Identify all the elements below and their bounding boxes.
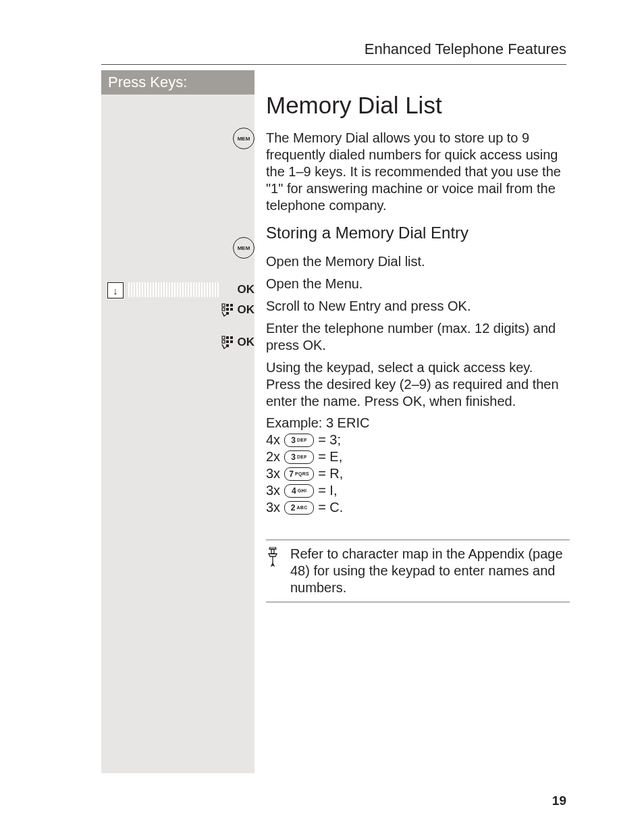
keycap-digit: 4 (292, 486, 296, 496)
ok-label: OK (238, 336, 255, 349)
svg-rect-10 (222, 340, 225, 343)
example-head: Example: 3 ERIC (266, 415, 570, 431)
example-times: 3x (266, 466, 280, 481)
left-row-menu (101, 262, 254, 281)
svg-rect-3 (222, 308, 225, 311)
keycap-digit: 3 (291, 452, 296, 462)
example-times: 2x (266, 449, 280, 465)
example-times: 3x (266, 483, 280, 498)
press-keys-title: Press Keys: (101, 70, 254, 95)
svg-rect-5 (230, 308, 233, 311)
example-row: 3x 4 GHI = I, (266, 483, 570, 498)
left-row-keypad-ok-1: OK (101, 303, 254, 317)
keycap-letters: DEF (297, 454, 307, 459)
ok-label: OK (238, 303, 255, 317)
left-row-mem-2: MEM (101, 237, 254, 259)
example-row: 2x 3 DEF = E, (266, 449, 570, 465)
left-row-scroll-ok: OK (101, 282, 254, 297)
running-head: Enhanced Telephone Features (365, 41, 566, 58)
svg-rect-7 (222, 336, 225, 339)
keycap-icon: 2 ABC (284, 501, 314, 515)
keycap-icon: 4 GHI (284, 484, 314, 498)
step-scroll-new-entry: Scroll to New Entry and press OK. (266, 298, 570, 315)
example-block: Example: 3 ERIC 4x 3 DEF = 3; 2x 3 DEF =… (266, 415, 570, 515)
svg-rect-11 (226, 340, 229, 343)
svg-rect-2 (230, 304, 233, 307)
keycap-letters: ABC (296, 505, 307, 510)
section-title: Memory Dial List (266, 92, 570, 119)
step-open-list: Open the Memory Dial list. (266, 253, 570, 270)
keycap-icon: 3 DEF (284, 450, 314, 464)
example-row: 3x 2 ABC = C. (266, 500, 570, 515)
svg-rect-1 (226, 304, 229, 307)
intro-paragraph: The Memory Dial allows you to store up t… (266, 130, 570, 214)
keycap-letters: PQRS (295, 471, 309, 476)
keycap-icon: 3 DEF (284, 434, 314, 447)
svg-rect-4 (226, 308, 229, 311)
keypad-icon (221, 336, 234, 349)
ok-label: OK (238, 283, 255, 296)
keycap-digit: 7 (289, 469, 294, 479)
main-column: Memory Dial List The Memory Dial allows … (266, 70, 570, 602)
example-times: 3x (266, 500, 280, 515)
note-box: Refer to character map in the Appendix (… (266, 540, 570, 602)
keycap-digit: 2 (291, 503, 296, 513)
left-column (101, 70, 254, 773)
subsection-title: Storing a Memory Dial Entry (266, 224, 570, 242)
keycap-letters: DEF (297, 438, 307, 442)
keycap-letters: GHI (298, 488, 306, 493)
mem-button-icon: MEM (233, 128, 254, 149)
svg-rect-6 (226, 312, 229, 315)
left-row-mem-1: MEM (101, 128, 254, 149)
header-rule (101, 64, 566, 65)
page-number: 19 (552, 793, 566, 808)
step-select-key: Using the keypad, select a quick access … (266, 359, 570, 410)
mem-button-icon: MEM (233, 237, 254, 259)
svg-rect-0 (222, 304, 225, 307)
example-result: = E, (318, 449, 342, 465)
example-times: 4x (266, 432, 280, 448)
pin-icon (266, 546, 281, 570)
svg-rect-9 (230, 336, 233, 339)
example-result: = C. (318, 500, 343, 515)
svg-rect-8 (226, 336, 229, 339)
keycap-icon: 7 PQRS (284, 467, 314, 481)
step-open-menu: Open the Menu. (266, 276, 570, 292)
svg-rect-13 (226, 344, 229, 347)
example-result: = R, (318, 466, 343, 481)
example-row: 4x 3 DEF = 3; (266, 432, 570, 448)
note-text: Refer to character map in the Appendix (… (290, 546, 570, 596)
example-row: 3x 7 PQRS = R, (266, 466, 570, 481)
keypad-icon (221, 303, 234, 317)
keycap-digit: 3 (291, 436, 296, 445)
example-result: = I, (318, 483, 337, 498)
example-result: = 3; (318, 432, 341, 448)
left-row-keypad-ok-2: OK (101, 336, 254, 349)
step-enter-number: Enter the telephone number (max. 12 digi… (266, 320, 570, 354)
svg-rect-12 (230, 340, 233, 343)
menu-cell (165, 264, 192, 279)
